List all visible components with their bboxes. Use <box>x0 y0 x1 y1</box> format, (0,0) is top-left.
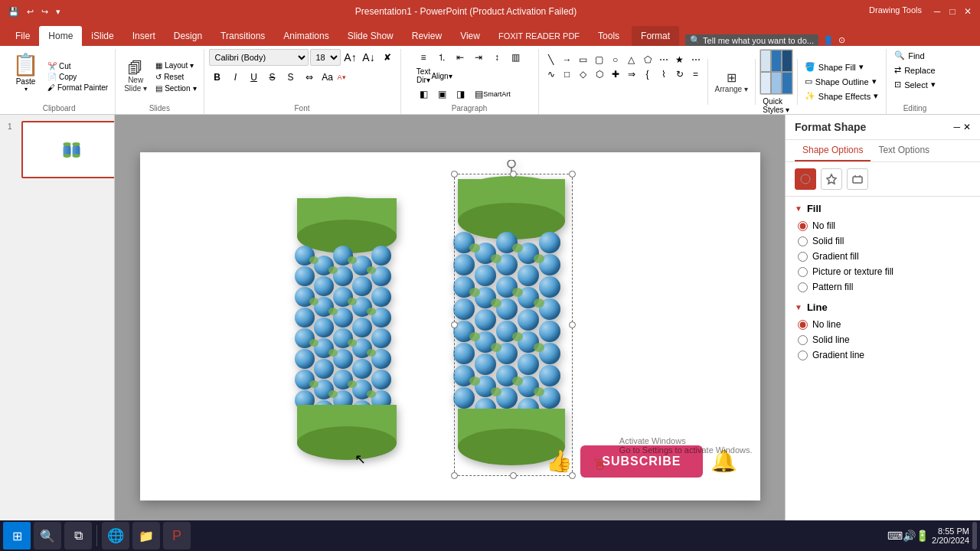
shape-freeform[interactable]: ∿ <box>544 67 559 81</box>
center-button[interactable]: ▣ <box>433 86 450 103</box>
tab-design[interactable]: Design <box>165 26 211 46</box>
shape-effects-button[interactable]: ✨ Shape Effects ▾ <box>802 90 881 103</box>
copy-button[interactable]: 📄 Copy <box>45 72 110 82</box>
spacing-button[interactable]: ⇔ <box>301 69 318 86</box>
shape-block-arrow[interactable]: ⇒ <box>624 67 639 81</box>
arrange-button[interactable]: ⊞ Arrange ▾ <box>712 68 751 96</box>
find-button[interactable]: 🔍 Find <box>891 49 927 62</box>
size-icon-button[interactable] <box>847 168 868 190</box>
decrease-font-button[interactable]: A↓ <box>361 49 377 66</box>
shape-circle[interactable]: ○ <box>608 53 623 67</box>
select-button[interactable]: ⊡ Select ▾ <box>891 78 939 91</box>
decrease-indent-button[interactable]: ⇤ <box>452 49 469 66</box>
strikethrough-button[interactable]: S <box>264 69 281 86</box>
tab-text-options[interactable]: Text Options <box>871 140 937 161</box>
shape-curved-arrow[interactable]: ↻ <box>672 67 688 81</box>
fill-section-header[interactable]: ▼ Fill <box>795 203 971 214</box>
panel-close-button[interactable]: ✕ <box>963 122 971 132</box>
undo-button[interactable]: ↩ <box>24 7 36 17</box>
account-icon[interactable]: 👤 <box>823 35 834 45</box>
panel-collapse-button[interactable]: ─ <box>953 122 960 132</box>
search-button[interactable]: 🔍 <box>34 522 61 549</box>
align-right-button[interactable]: ◨ <box>452 86 469 103</box>
shape-outline-button[interactable]: ▭ Shape Outline ▾ <box>802 75 881 88</box>
shape-ribbon[interactable]: ⌇ <box>656 67 671 81</box>
tab-shape-options[interactable]: Shape Options <box>795 140 871 161</box>
fill-line-icon-button[interactable] <box>795 168 816 190</box>
increase-indent-button[interactable]: ⇥ <box>470 49 487 66</box>
shape-diamond[interactable]: ◇ <box>576 67 591 81</box>
shape-callout[interactable]: □ <box>560 67 575 81</box>
effects-icon-button[interactable] <box>821 168 842 190</box>
quick-access-toolbar[interactable]: 💾 ↩ ↪ ▾ <box>6 7 63 17</box>
maximize-button[interactable]: □ <box>946 5 959 18</box>
shape-more[interactable]: ⋯ <box>688 53 704 67</box>
solid-fill-option[interactable]: Solid fill <box>798 236 971 246</box>
tab-animations[interactable]: Animations <box>274 26 338 46</box>
new-slide-button[interactable]: 🗐 NewSlide ▾ <box>120 58 151 95</box>
shape-fill-button[interactable]: 🪣 Shape Fill ▾ <box>802 60 881 73</box>
font-family-select[interactable]: Calibri (Body) <box>209 49 309 66</box>
convert-smartart-button[interactable]: SmartArt <box>488 86 505 103</box>
format-painter-button[interactable]: 🖌 Format Painter <box>45 83 110 93</box>
canvas-area[interactable]: bubbles <box>115 115 785 537</box>
tell-me-input[interactable]: Tell me what you want to do... <box>703 36 814 45</box>
columns-button[interactable]: ▥ <box>507 49 524 66</box>
bold-button[interactable]: B <box>209 69 226 86</box>
replace-button[interactable]: ⇄ Replace <box>891 64 938 77</box>
clear-format-button[interactable]: ✘ <box>379 49 396 66</box>
shape-arrow[interactable]: → <box>560 53 575 67</box>
shape-rounded-rect[interactable]: ▢ <box>592 53 607 67</box>
tab-transitions[interactable]: Transitions <box>211 26 274 46</box>
quick-styles-box[interactable] <box>760 49 793 95</box>
picture-fill-option[interactable]: Picture or texture fill <box>798 266 971 277</box>
task-view-button[interactable]: ⧉ <box>64 522 92 549</box>
start-button[interactable]: ⊞ <box>3 522 31 549</box>
shadow-button[interactable]: S <box>283 69 299 86</box>
edge-button[interactable]: 🌐 <box>102 522 129 549</box>
tab-review[interactable]: Review <box>403 26 451 46</box>
solid-line-option[interactable]: Solid line <box>798 334 971 345</box>
slide-canvas[interactable]: bubbles <box>140 152 760 500</box>
tab-foxit[interactable]: FOXIT READER PDF <box>489 26 589 46</box>
line-spacing-button[interactable]: ↕ <box>488 49 505 66</box>
redo-button[interactable]: ↪ <box>39 7 51 17</box>
tab-home[interactable]: Home <box>39 26 82 46</box>
shape-chevron[interactable]: ⋯ <box>656 53 671 67</box>
tab-slideshow[interactable]: Slide Show <box>338 26 403 46</box>
shape-line[interactable]: ╲ <box>544 53 559 67</box>
shape-hexagon[interactable]: ⬡ <box>592 67 607 81</box>
slide-thumbnail-1[interactable] <box>21 121 115 178</box>
tab-insert[interactable]: Insert <box>123 26 165 46</box>
text-direction-button[interactable]: Text Dir▾ <box>415 67 432 84</box>
shape-star[interactable]: ★ <box>672 53 688 67</box>
align-text-button[interactable]: Align▾ <box>433 67 450 84</box>
shape-eq[interactable]: = <box>688 67 704 81</box>
cylinder-left[interactable]: bubbles <box>282 175 412 499</box>
share-button[interactable]: ⊙ <box>838 35 845 45</box>
bullets-button[interactable]: ≡ <box>415 49 432 66</box>
font-color-button[interactable]: A▾ <box>338 73 346 81</box>
pattern-fill-option[interactable]: Pattern fill <box>798 282 971 292</box>
window-controls[interactable]: Drawing Tools ─ □ ✕ <box>869 5 974 18</box>
tab-view[interactable]: View <box>451 26 489 46</box>
minimize-button[interactable]: ─ <box>931 5 943 18</box>
numbering-button[interactable]: ⒈ <box>433 49 450 66</box>
gradient-line-option[interactable]: Gradient line <box>798 350 971 360</box>
powerpoint-button[interactable]: P <box>163 522 191 549</box>
underline-button[interactable]: U <box>246 69 263 86</box>
tab-file[interactable]: File <box>6 26 39 46</box>
shape-pentagon[interactable]: ⬠ <box>640 53 655 67</box>
increase-font-button[interactable]: A↑ <box>342 49 359 66</box>
tab-tools[interactable]: Tools <box>589 26 629 46</box>
case-button[interactable]: Aa <box>319 69 336 86</box>
shape-rtriangle[interactable]: △ <box>624 53 639 67</box>
cylinder-right[interactable] <box>435 160 588 491</box>
gradient-fill-option[interactable]: Gradient fill <box>798 251 971 262</box>
paste-button[interactable]: 📋 Paste ▾ <box>8 49 44 104</box>
shape-rect[interactable]: ▭ <box>576 53 591 67</box>
shape-brace[interactable]: { <box>640 67 655 81</box>
no-line-option[interactable]: No line <box>798 319 971 330</box>
tab-islide[interactable]: iSlide <box>82 26 122 46</box>
file-explorer-button[interactable]: 📁 <box>132 522 160 549</box>
